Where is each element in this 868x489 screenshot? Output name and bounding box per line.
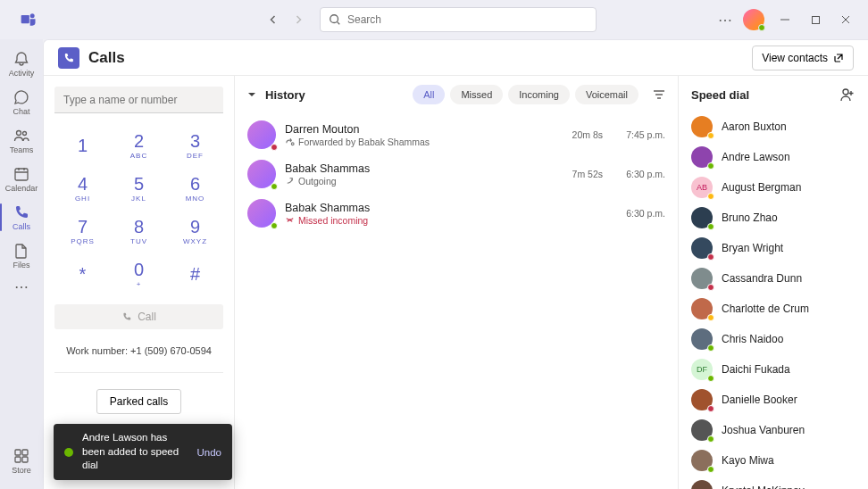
history-row[interactable]: Darren MoutonForwarded by Babak Shammas2…: [235, 115, 678, 154]
speed-dial-item[interactable]: Cassandra Dunn: [679, 263, 868, 294]
current-user-avatar[interactable]: [743, 9, 764, 30]
history-filters: AllMissedIncomingVoicemail: [413, 85, 638, 104]
speed-dial-item[interactable]: Kayo Miwa: [679, 445, 868, 476]
speed-dial-header: Speed dial: [679, 76, 868, 110]
key-digit: 9: [190, 217, 200, 237]
key-letters: PQRS: [71, 237, 95, 245]
add-contact-icon[interactable]: [839, 87, 855, 103]
avatar: [247, 199, 276, 228]
filter-voicemail[interactable]: Voicemail: [575, 85, 638, 104]
nav-forward[interactable]: [288, 9, 309, 30]
keypad-key-#[interactable]: #: [167, 253, 223, 295]
speed-dial-item[interactable]: Bryan Wright: [679, 233, 868, 263]
close-button[interactable]: [839, 13, 852, 26]
presence-dot: [707, 435, 714, 443]
key-digit: 2: [134, 131, 144, 152]
presence-dot: [707, 375, 714, 382]
dial-input[interactable]: [54, 87, 223, 113]
keypad-key-5[interactable]: 5JKL: [111, 167, 167, 210]
rail-chat[interactable]: Chat: [0, 83, 43, 121]
presence-dot: [271, 183, 278, 190]
history-subtitle: Forwarded by Babak Shammas: [285, 137, 546, 147]
svg-point-1: [30, 13, 35, 18]
history-duration: 7m 52s: [555, 169, 603, 179]
key-digit: 1: [78, 136, 88, 156]
parked-calls-button[interactable]: Parked calls: [96, 389, 181, 414]
speed-dial-title: Speed dial: [691, 88, 749, 102]
speed-dial-item[interactable]: Charlotte de Crum: [679, 294, 868, 324]
speed-dial-item[interactable]: ABAugust Bergman: [679, 172, 868, 203]
history-list: Darren MoutonForwarded by Babak Shammas2…: [235, 112, 678, 236]
filter-missed[interactable]: Missed: [450, 85, 503, 104]
keypad-key-9[interactable]: 9WXYZ: [167, 210, 223, 253]
phone-icon: [121, 311, 132, 322]
rail-more[interactable]: ⋯: [14, 278, 29, 295]
speed-dial-item[interactable]: Aaron Buxton: [679, 112, 868, 142]
history-panel: History AllMissedIncomingVoicemail Darre…: [235, 76, 679, 489]
phone-icon: [13, 203, 30, 221]
avatar: [691, 480, 713, 489]
avatar: [247, 160, 276, 188]
rail-activity[interactable]: Activity: [0, 45, 43, 83]
rail-store[interactable]: Store: [0, 442, 43, 480]
history-title: History: [265, 88, 305, 102]
filter-incoming[interactable]: Incoming: [508, 85, 570, 104]
rail-files[interactable]: Files: [0, 236, 43, 275]
key-digit: #: [190, 264, 200, 285]
history-row[interactable]: Babak ShammasOutgoing7m 52s6:30 p.m.: [235, 154, 678, 194]
history-body: Darren MoutonForwarded by Babak Shammas: [285, 123, 546, 147]
keypad-key-3[interactable]: 3DEF: [167, 124, 223, 167]
avatar: AB: [691, 177, 713, 198]
rail-label: Files: [13, 261, 29, 269]
call-label: Call: [138, 311, 156, 323]
key-letters: +: [137, 280, 142, 288]
svg-rect-6: [15, 169, 28, 180]
presence-dot: [707, 132, 714, 139]
search-input[interactable]: [320, 7, 597, 32]
key-letters: GHI: [75, 195, 90, 203]
rail-calendar[interactable]: Calendar: [0, 160, 43, 198]
caret-down-icon[interactable]: [247, 90, 256, 99]
speed-dial-item[interactable]: Andre Lawson: [679, 142, 868, 172]
history-row[interactable]: Babak ShammasMissed incoming6:30 p.m.: [235, 194, 678, 233]
rail-label: Calls: [13, 223, 30, 231]
speed-dial-item[interactable]: Bruno Zhao: [679, 203, 868, 233]
rail-teams[interactable]: Teams: [0, 121, 43, 160]
keypad-key-6[interactable]: 6MNO: [167, 167, 223, 210]
key-letters: WXYZ: [183, 237, 207, 245]
avatar: [691, 419, 713, 441]
speed-dial-item[interactable]: Joshua Vanburen: [679, 415, 868, 445]
keypad-key-1[interactable]: 1: [54, 124, 111, 167]
nav-back[interactable]: [263, 9, 284, 30]
speed-dial-item[interactable]: Krystal McKinney: [679, 476, 868, 489]
undo-button[interactable]: Undo: [197, 447, 222, 458]
filter-all[interactable]: All: [413, 85, 445, 104]
minimize-button[interactable]: [779, 13, 791, 26]
presence-dot: [758, 24, 765, 31]
avatar: [691, 389, 713, 410]
chat-icon: [13, 88, 30, 106]
keypad-key-7[interactable]: 7PQRS: [54, 210, 111, 253]
maximize-button[interactable]: [809, 13, 822, 26]
speed-dial-item[interactable]: Chris Naidoo: [679, 324, 868, 354]
avatar: [691, 116, 713, 137]
call-button[interactable]: Call: [54, 304, 223, 329]
keypad-key-8[interactable]: 8TUV: [111, 210, 167, 253]
view-contacts-button[interactable]: View contacts: [752, 46, 854, 70]
speed-dial-item[interactable]: DFDaichi Fukada: [679, 354, 868, 385]
presence-dot: [707, 344, 714, 352]
titlebar-more[interactable]: ⋯: [718, 12, 732, 29]
rail-calls[interactable]: Calls: [0, 198, 43, 236]
filter-icon[interactable]: [653, 88, 665, 101]
history-time: 6:30 p.m.: [612, 208, 665, 219]
svg-rect-3: [812, 16, 819, 23]
keypad-key-2[interactable]: 2ABC: [111, 124, 167, 167]
speed-dial-item[interactable]: Danielle Booker: [679, 385, 868, 415]
contact-name: Bryan Wright: [722, 242, 783, 254]
keypad-key-4[interactable]: 4GHI: [54, 167, 111, 210]
key-digit: 7: [78, 217, 88, 237]
rail-label: Store: [12, 467, 31, 475]
key-digit: 4: [78, 174, 88, 195]
keypad-key-0[interactable]: 0+: [111, 253, 167, 295]
keypad-key-*[interactable]: *: [54, 253, 111, 295]
